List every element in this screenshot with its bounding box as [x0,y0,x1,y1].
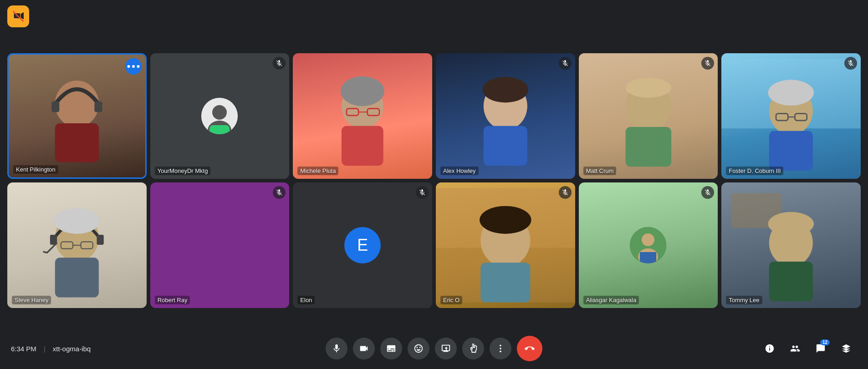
bottom-bar: 6:34 PM | xtt-ogma-ibq [0,328,868,369]
participant-name-foster: Foster D. Coburn III [726,167,783,175]
participant-name-tommy: Tommy Lee [726,296,762,304]
mute-icon-money [273,57,286,70]
video-tile-robert: Robert Ray [150,182,290,308]
svg-point-54 [768,212,814,235]
people-button[interactable] [784,338,806,359]
participant-name-alex: Alex Howley [440,167,479,175]
svg-point-56 [500,348,501,349]
right-controls: 12 [757,338,857,359]
mute-icon-eric [559,186,572,199]
participant-name-kent: Kent Pilkington [13,165,58,174]
present-button[interactable] [435,338,457,359]
svg-point-41 [54,208,100,234]
svg-rect-53 [769,262,813,301]
video-tile-money: YourMoneyDr Mktg [150,53,290,179]
controls [326,336,542,361]
svg-rect-16 [342,126,383,165]
video-tile-aliasgar: Aliasgar Kagalwala [579,182,718,308]
video-tile-michele: Michele Pluta [293,53,432,179]
svg-point-26 [625,77,671,97]
mute-icon-foster [844,57,857,70]
activities-button[interactable] [835,338,857,359]
mute-icon-matt [701,57,714,70]
raise-hand-button[interactable] [462,338,484,359]
svg-point-12 [212,105,227,120]
participant-name-steve: Steve Haney [12,296,51,304]
mic-button[interactable] [326,338,347,359]
svg-rect-45 [480,263,530,302]
end-call-button[interactable] [517,336,542,361]
video-tile-kent: Kent Pilkington [7,53,147,179]
video-tile-elon: E Elon [293,182,432,308]
mute-icon-robert [273,186,286,199]
svg-rect-5 [55,123,99,162]
chat-button[interactable]: 12 [810,338,832,359]
video-tile-eric: Eric O [436,182,575,308]
svg-point-23 [483,76,528,102]
svg-rect-22 [484,126,527,165]
mute-icon-aliasgar [701,186,714,199]
mute-icon-elon [416,186,429,199]
video-tile-matt: Matt Crum [579,53,718,179]
meeting-time: 6:34 PM [11,345,36,353]
info-button[interactable] [759,338,781,359]
svg-point-20 [341,76,384,106]
video-grid-area: Kent Pilkington YourMoneyDr Mktg [0,33,868,328]
participant-name-matt: Matt Crum [583,167,617,175]
top-bar [0,0,868,33]
svg-rect-6 [51,101,59,112]
svg-point-10 [137,65,139,68]
meeting-divider: | [44,345,46,353]
participant-name-money: YourMoneyDr Mktg [155,167,211,175]
more-options-button[interactable] [490,338,511,359]
svg-point-8 [127,65,130,68]
mute-icon-alex [559,57,572,70]
svg-point-48 [642,233,654,246]
emoji-button[interactable] [408,338,429,359]
video-tile-steve: Steve Haney [7,182,147,308]
svg-point-46 [480,206,531,233]
chat-badge: 12 [820,339,830,345]
svg-rect-50 [640,252,656,263]
svg-rect-37 [97,235,103,245]
svg-rect-29 [769,131,813,170]
participant-name-eric: Eric O [440,296,462,304]
svg-rect-25 [625,127,671,167]
svg-point-33 [768,80,814,106]
app-logo [7,5,29,27]
camera-button[interactable] [353,338,375,359]
video-tile-tommy: Tommy Lee [721,182,861,308]
captions-button[interactable] [380,338,402,359]
meeting-id: xtt-ogma-ibq [53,345,91,353]
participant-name-michele: Michele Pluta [297,167,338,175]
video-tile-alex: Alex Howley [436,53,575,179]
participant-name-elon: Elon [297,296,315,304]
participant-name-robert: Robert Ray [155,296,190,304]
meeting-info: 6:34 PM | xtt-ogma-ibq [11,345,111,353]
svg-point-9 [132,65,135,68]
video-tile-foster: Foster D. Coburn III [721,53,861,179]
participant-name-aliasgar: Aliasgar Kagalwala [583,296,639,304]
svg-point-55 [500,345,501,347]
video-grid: Kent Pilkington YourMoneyDr Mktg [7,53,861,308]
more-options-icon[interactable] [125,58,142,75]
svg-rect-7 [94,101,102,112]
svg-rect-35 [55,258,99,297]
svg-point-57 [500,351,501,353]
